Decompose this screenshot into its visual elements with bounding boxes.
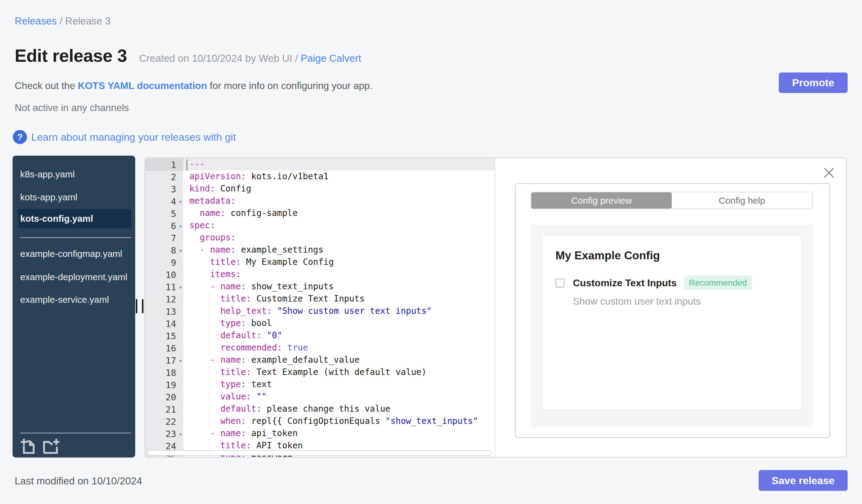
- line-number-14: 14: [145, 318, 183, 330]
- code-line-13[interactable]: help_text: "Show custom user text inputs…: [183, 305, 495, 317]
- code-line-22[interactable]: when: repl{{ ConfigOptionEquals "show_te…: [183, 415, 495, 427]
- code-line-8[interactable]: - name: example_settings: [183, 244, 495, 256]
- line-number-23: 23▾: [145, 428, 183, 440]
- config-group-card: My Example Config Customize Text Inputs …: [543, 236, 801, 410]
- docs-info-line: Check out the KOTS YAML documentation fo…: [15, 80, 373, 91]
- help-question-icon: ?: [13, 130, 27, 144]
- sidebar-file-k8s-app.yaml[interactable]: k8s-app.yaml: [20, 167, 131, 182]
- sidebar-file-kots-config.yaml[interactable]: kots-config.yaml: [18, 209, 131, 228]
- docs-suffix: for more info on configuring your app.: [207, 80, 373, 91]
- line-number-9: 9: [145, 256, 183, 269]
- editor-code-area[interactable]: ---apiVersion: kots.io/v1beta1kind: Conf…: [183, 158, 495, 457]
- fold-arrow-icon[interactable]: ▾: [179, 196, 182, 208]
- file-list-top: k8s-app.yamlkots-app.yamlkots-config.yam…: [20, 167, 131, 228]
- tab-config-preview[interactable]: Config preview: [531, 193, 672, 209]
- code-line-16[interactable]: recommended: true: [183, 342, 495, 354]
- breadcrumb-separator: /: [57, 15, 65, 27]
- code-line-5[interactable]: name: config-sample: [183, 207, 495, 219]
- release-created-meta: Created on 10/10/2024 by Web UI / Paige …: [139, 53, 361, 64]
- save-release-button[interactable]: Save release: [759, 470, 848, 491]
- fold-arrow-icon[interactable]: ▾: [179, 244, 182, 256]
- code-line-4[interactable]: metadata:: [183, 195, 495, 207]
- last-modified-text: Last modified on 10/10/2024: [15, 475, 142, 487]
- fold-arrow-icon[interactable]: ▾: [179, 281, 182, 293]
- config-tabs: Config preview Config help: [531, 192, 813, 209]
- page-title: Edit release 3: [15, 45, 127, 66]
- fold-arrow-icon[interactable]: ▾: [179, 355, 182, 367]
- line-number-7: 7: [145, 232, 183, 244]
- code-line-23[interactable]: - name: api_token: [183, 427, 495, 439]
- title-row: Edit release 3 Created on 10/10/2024 by …: [15, 45, 361, 66]
- breadcrumb-releases-link[interactable]: Releases: [15, 15, 57, 27]
- author-link[interactable]: Paige Calvert: [301, 53, 361, 64]
- config-group-title: My Example Config: [556, 249, 789, 262]
- indent-guide: [209, 367, 210, 428]
- close-icon[interactable]: [822, 166, 836, 180]
- config-option-help-text: Show custom user text inputs: [573, 296, 789, 307]
- code-line-20[interactable]: value: "": [183, 390, 495, 403]
- line-number-15: 15: [145, 330, 183, 342]
- line-number-11: 11▾: [145, 281, 183, 293]
- line-number-12: 12: [145, 293, 183, 306]
- tab-config-help[interactable]: Config help: [672, 193, 812, 209]
- code-line-17[interactable]: - name: example_default_value: [183, 354, 495, 366]
- git-releases-link[interactable]: Learn about managing your releases with …: [31, 131, 236, 143]
- promote-button[interactable]: Promote: [779, 72, 848, 93]
- code-line-1[interactable]: ---: [183, 158, 495, 170]
- editor-horizontal-scrollbar[interactable]: [147, 450, 492, 456]
- config-preview-pane: Config preview Config help My Example Co…: [496, 158, 846, 457]
- line-number-18: 18: [145, 367, 183, 379]
- code-line-15[interactable]: default: "0": [183, 329, 495, 342]
- line-number-6: 6▾: [145, 220, 183, 232]
- kots-yaml-docs-link[interactable]: KOTS YAML documentation: [78, 80, 207, 91]
- fold-arrow-icon[interactable]: ▾: [179, 220, 182, 232]
- code-line-18[interactable]: title: Text Example (with default value): [183, 366, 495, 378]
- sidebar-resize-handle[interactable]: [136, 299, 144, 313]
- code-line-6[interactable]: spec:: [183, 219, 495, 231]
- line-number-21: 21: [145, 403, 183, 416]
- line-number-5: 5: [145, 208, 183, 220]
- code-line-14[interactable]: type: bool: [183, 317, 495, 329]
- code-line-7[interactable]: groups:: [183, 231, 495, 244]
- sidebar-footer: [20, 433, 131, 457]
- config-panel: Config preview Config help My Example Co…: [515, 183, 830, 438]
- code-line-3[interactable]: kind: Config: [183, 183, 495, 195]
- sidebar-file-example-configmap.yaml[interactable]: example-configmap.yaml: [20, 246, 131, 262]
- code-line-2[interactable]: apiVersion: kots.io/v1beta1: [183, 170, 495, 183]
- line-number-16: 16: [145, 342, 183, 355]
- customize-text-inputs-checkbox[interactable]: [556, 279, 564, 288]
- indent-guide: [209, 293, 210, 355]
- release-editor-card: 1234▾56▾78▾91011▾121314151617▾1819202122…: [145, 158, 847, 457]
- code-line-11[interactable]: - name: show_text_inputs: [183, 280, 495, 293]
- code-line-24[interactable]: title: API token: [183, 439, 495, 452]
- line-number-8: 8▾: [145, 244, 183, 256]
- breadcrumb: Releases / Release 3: [15, 15, 111, 27]
- sidebar-file-example-service.yaml[interactable]: example-service.yaml: [20, 292, 131, 307]
- yaml-code-editor[interactable]: 1234▾56▾78▾91011▾121314151617▾1819202122…: [145, 158, 495, 457]
- created-text: Created on 10/10/2024 by Web UI /: [139, 53, 301, 64]
- fold-arrow-icon[interactable]: ▾: [179, 428, 182, 440]
- recommended-badge: Recommended: [684, 276, 752, 290]
- line-number-22: 22: [145, 416, 183, 428]
- code-line-19[interactable]: type: text: [183, 378, 495, 390]
- breadcrumb-current: Release 3: [65, 15, 111, 27]
- code-line-21[interactable]: default: please change this value: [183, 403, 495, 415]
- new-file-icon[interactable]: [20, 438, 36, 455]
- sidebar-file-example-deployment.yaml[interactable]: example-deployment.yaml: [20, 269, 131, 285]
- config-option-row: Customize Text Inputs Recommended: [556, 276, 789, 290]
- sidebar-file-kots-app.yaml[interactable]: kots-app.yaml: [20, 190, 131, 205]
- code-line-12[interactable]: title: Customize Text Inputs: [183, 293, 495, 305]
- docs-prefix: Check out the: [15, 80, 78, 91]
- code-line-9[interactable]: title: My Example Config: [183, 256, 495, 268]
- file-list-divider: [20, 237, 131, 238]
- line-number-4: 4▾: [145, 196, 183, 208]
- editor-gutter: 1234▾56▾78▾91011▾121314151617▾1819202122…: [145, 158, 183, 457]
- config-option-label: Customize Text Inputs: [573, 277, 677, 289]
- git-help-row[interactable]: ? Learn about managing your releases wit…: [13, 130, 236, 144]
- file-list-bottom: example-configmap.yamlexample-deployment…: [20, 246, 131, 307]
- line-number-10: 10: [145, 269, 183, 281]
- line-number-1: 1: [145, 159, 183, 171]
- new-folder-icon[interactable]: [42, 438, 60, 455]
- code-line-10[interactable]: items:: [183, 268, 495, 280]
- line-number-3: 3: [145, 183, 183, 196]
